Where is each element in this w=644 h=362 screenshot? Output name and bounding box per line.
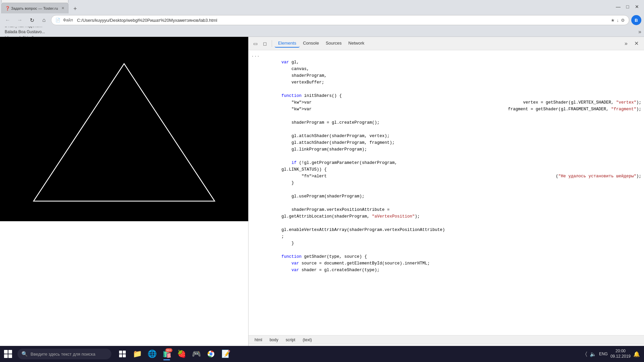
code-line: shaderProgram, bbox=[249, 72, 644, 79]
breadcrumb-tab-script[interactable]: script bbox=[282, 336, 299, 344]
code-line: gl.LINK_STATUS)) { bbox=[249, 166, 644, 173]
code-line: } bbox=[249, 240, 644, 247]
dock-button[interactable]: ◻ bbox=[261, 40, 269, 48]
close-button[interactable]: ✕ bbox=[633, 2, 641, 11]
code-line bbox=[249, 220, 644, 227]
code-line: shaderProgram = gl.createProgram(); bbox=[249, 119, 644, 126]
search-icon: 🔍 bbox=[21, 351, 28, 357]
bookmarks-more[interactable]: » bbox=[638, 29, 641, 35]
breadcrumb-tab-(text)[interactable]: (text) bbox=[299, 336, 315, 344]
bookmark-item[interactable]: а Как | Как подклю... bbox=[3, 27, 47, 29]
code-line: gl.attachShader(shaderProgram, fragment)… bbox=[249, 139, 644, 146]
code-line: "fn">alert("Не удалось установить шейдер… bbox=[249, 173, 644, 180]
breadcrumb-tab-body[interactable]: body bbox=[266, 336, 282, 344]
protocol-label: Файл bbox=[63, 18, 73, 22]
undock-button[interactable]: ▭ bbox=[251, 40, 260, 48]
start-button[interactable] bbox=[0, 346, 16, 362]
webgl-canvas bbox=[0, 37, 248, 221]
canvas-area bbox=[0, 37, 248, 362]
search-placeholder: Введите здесь текст для поиска bbox=[31, 352, 95, 357]
secure-icon: 📄 bbox=[55, 18, 60, 22]
new-tab-button[interactable]: + bbox=[70, 4, 80, 13]
minimize-button[interactable]: — bbox=[614, 2, 623, 11]
code-line: if (!gl.getProgramParameter(shaderProgra… bbox=[249, 160, 644, 166]
taskbar-app6[interactable]: 🎮 bbox=[189, 347, 203, 361]
tabs-container: ⭐Звёздная Принцесса / Ста...✕😊Стар проти… bbox=[0, 0, 611, 13]
forward-button[interactable]: → bbox=[15, 15, 25, 25]
store-badge: 99+ bbox=[165, 348, 172, 352]
address-box[interactable]: 📄 Файл C:/Users/kuyyyu/Desktop/webgl%20Р… bbox=[51, 15, 629, 25]
code-line: gl.getAttribLocation(shaderProgram, "aVe… bbox=[249, 213, 644, 220]
breadcrumb-tab-html[interactable]: html bbox=[251, 336, 266, 344]
svg-rect-3 bbox=[119, 354, 122, 357]
tab-tab4[interactable]: 🌐lab 3✕ bbox=[1, 0, 68, 3]
clock-date: 09.12.2019 bbox=[610, 354, 631, 359]
code-line bbox=[249, 86, 644, 93]
home-button[interactable]: ⌂ bbox=[39, 15, 49, 25]
devtools-panel-sources[interactable]: Sources bbox=[322, 39, 345, 47]
devtools-panel-console[interactable]: Console bbox=[300, 39, 322, 47]
taskbar-sublime[interactable]: 📝 bbox=[219, 347, 233, 361]
network-icon: 〈 bbox=[585, 351, 587, 357]
svg-marker-0 bbox=[34, 64, 215, 201]
code-line-dots: ... bbox=[249, 52, 644, 59]
code-line bbox=[249, 113, 644, 119]
time-display: 20:00 09.12.2019 bbox=[610, 349, 631, 359]
windows-icon bbox=[4, 350, 12, 358]
code-line: vertexBuffer; bbox=[249, 79, 644, 86]
system-tray: ENG bbox=[599, 352, 608, 356]
bookmark-item[interactable]: Balada Boa Gustavo... bbox=[3, 29, 47, 35]
code-line bbox=[249, 153, 644, 160]
address-icons: ★ ↓ ⚙ bbox=[611, 18, 625, 23]
divider bbox=[272, 40, 272, 47]
download-icon[interactable]: ↓ bbox=[617, 18, 619, 23]
taskbar-chrome[interactable] bbox=[204, 347, 218, 361]
taskbar-file-explorer[interactable]: 📁 bbox=[130, 347, 144, 361]
triangle-svg bbox=[0, 37, 248, 221]
tab-tab5[interactable]: ❓Задать вопрос — Toster.ru✕ bbox=[1, 3, 68, 13]
bookmarks-bar: ПриложенияЯндексVERSUS: Хруст без...а Ка… bbox=[0, 27, 644, 37]
code-line bbox=[249, 126, 644, 133]
code-line: function getShader(type, source) { bbox=[249, 253, 644, 260]
breadcrumb-tabs: htmlbodyscript(text) bbox=[249, 336, 644, 344]
back-button[interactable]: ← bbox=[3, 15, 13, 25]
star-icon[interactable]: ★ bbox=[611, 18, 615, 23]
code-line: var gl, bbox=[249, 59, 644, 66]
refresh-button[interactable]: ↻ bbox=[27, 15, 37, 25]
code-line: function initShaders() { bbox=[249, 93, 644, 99]
taskbar-edge[interactable]: 🌐 bbox=[145, 347, 159, 361]
address-bar-row: ← → ↻ ⌂ 📄 Файл C:/Users/kuyyyu/Desktop/w… bbox=[0, 13, 644, 27]
code-line: ; bbox=[249, 233, 644, 240]
code-panel[interactable]: ... var gl, canvas, shaderProgram, verte… bbox=[249, 50, 644, 335]
code-line: gl.enableVertexAttribArray(shaderProgram… bbox=[249, 227, 644, 233]
notification-icon[interactable]: 🔔 bbox=[633, 351, 640, 357]
devtools-panel: ▭ ◻ ElementsConsoleSourcesNetwork » ✕ ..… bbox=[248, 37, 644, 362]
tab-label: Задать вопрос — Toster.ru bbox=[11, 6, 59, 10]
svg-point-7 bbox=[210, 353, 212, 355]
volume-icon[interactable]: 🔈 bbox=[590, 351, 596, 357]
tab-close[interactable]: ✕ bbox=[60, 6, 65, 11]
svg-rect-2 bbox=[123, 351, 126, 354]
devtools-more-button[interactable]: » bbox=[622, 39, 630, 48]
tab-close[interactable]: ✕ bbox=[60, 0, 65, 0]
devtools-panel-network[interactable]: Network bbox=[345, 39, 368, 47]
settings-icon[interactable]: ⚙ bbox=[621, 18, 625, 23]
profile-button[interactable]: B bbox=[631, 15, 641, 25]
taskbar-apps: 📁 🌐 🛍️ 99+ 🍓 🎮 📝 bbox=[113, 347, 235, 361]
taskbar-task-view[interactable] bbox=[115, 347, 129, 361]
devtools-panel-elements[interactable]: Elements bbox=[275, 39, 300, 48]
taskbar-store[interactable]: 🛍️ 99+ bbox=[160, 347, 174, 361]
maximize-button[interactable]: □ bbox=[623, 2, 632, 11]
title-bar: ⭐Звёздная Принцесса / Ста...✕😊Стар проти… bbox=[0, 0, 644, 13]
svg-rect-4 bbox=[123, 354, 126, 357]
code-line: "kw">var vertex = getShader(gl.VERTEX_SH… bbox=[249, 99, 644, 106]
taskbar-right: 〈 🔈 ENG 20:00 09.12.2019 🔔 bbox=[581, 349, 644, 359]
code-line: shaderProgram.vertexPositionAttribute = bbox=[249, 206, 644, 213]
taskbar-app5[interactable]: 🍓 bbox=[174, 347, 189, 361]
code-line bbox=[249, 200, 644, 206]
devtools-close-button[interactable]: ✕ bbox=[632, 39, 641, 48]
code-line bbox=[249, 186, 644, 193]
main-content: ▭ ◻ ElementsConsoleSourcesNetwork » ✕ ..… bbox=[0, 37, 644, 362]
taskbar-search[interactable]: 🔍 Введите здесь текст для поиска bbox=[17, 349, 111, 359]
code-line: gl.linkProgram(shaderProgram); bbox=[249, 146, 644, 153]
